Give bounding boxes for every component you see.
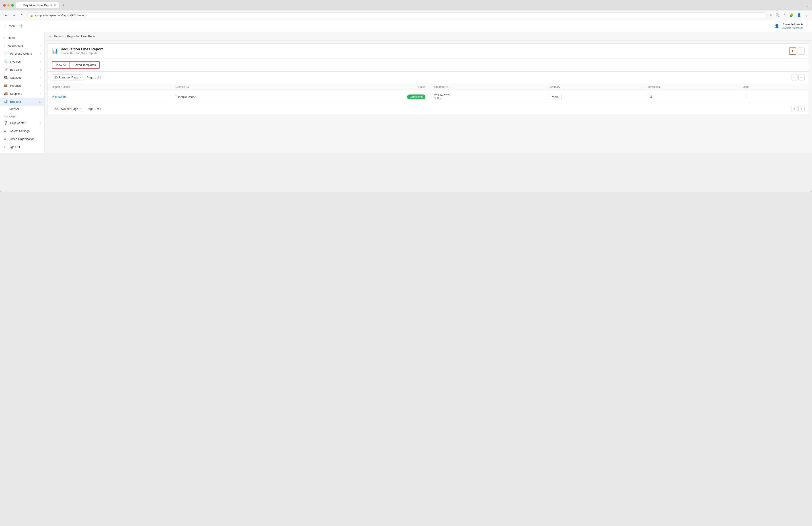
tab-close-icon[interactable]: ✕ <box>54 4 56 7</box>
forward-button[interactable]: → <box>11 13 17 18</box>
table-row: PRLI00001 Example User A Completed 20 Ma… <box>47 91 809 103</box>
sidebar-item-signout-label: Sign Out <box>9 145 20 149</box>
tab-view-all[interactable]: View All <box>52 61 70 69</box>
panel-add-button[interactable]: + <box>789 47 796 55</box>
sidebar: ⌂ Home ≡ Requisitions › 📄 Purchase Order… <box>0 32 45 153</box>
bookmark-icon[interactable]: ☆ <box>782 12 787 18</box>
sidebar-item-home-left: ⌂ Home <box>3 36 16 40</box>
sidebar-item-reports-view-all-label: View All <box>9 107 19 111</box>
system-settings-icon: ⚙ <box>3 129 6 133</box>
next-page-top-button[interactable]: > <box>798 74 804 81</box>
sidebar-item-requisitions[interactable]: ≡ Requisitions › <box>0 42 44 49</box>
sidebar-item-purchase-orders[interactable]: 📄 Purchase Orders › <box>0 49 44 57</box>
th-created-on: Created On <box>430 83 545 91</box>
sidebar-item-reports[interactable]: 📊 Reports ∧ <box>0 98 44 106</box>
close-dot[interactable] <box>3 4 6 7</box>
sidebar-item-po-label: Purchase Orders <box>10 52 32 55</box>
th-summary: Summary <box>545 83 643 91</box>
rows-per-page-top-label: 20 Rows per Page <box>54 76 78 79</box>
sidebar-item-invoices-left: 🧾 Invoices <box>3 59 21 63</box>
rows-per-page-bottom-label: 20 Rows per Page <box>54 107 78 111</box>
sidebar-item-settings-label: System Settings <box>9 129 30 133</box>
cell-created-on: 20 Mar 2024 3:28pm <box>430 91 545 103</box>
panel-header: 📊 Requisition Lines Report Create, Run a… <box>47 44 809 59</box>
created-on-line1: 20 Mar 2024 <box>434 94 540 97</box>
sidebar-item-switch-left: ↺ Switch Organisation <box>3 137 34 141</box>
extensions-icon[interactable]: 🧩 <box>788 12 795 18</box>
sidebar-item-sign-out[interactable]: ↩ Sign Out <box>0 143 44 151</box>
report-number-link[interactable]: PRLI00001 <box>52 95 67 99</box>
breadcrumb-home-icon[interactable]: ⌂ <box>49 35 50 38</box>
page-info-top: Page 1 of 1 <box>87 76 102 79</box>
sidebar-item-help-left: ❓ Help Center <box>3 121 25 125</box>
catalogs-icon: 📚 <box>3 75 8 80</box>
back-button[interactable]: ← <box>3 13 9 18</box>
sidebar-item-catalogs[interactable]: 📚 Catalogs › <box>0 73 44 82</box>
panel-more-button[interactable]: ⋮ <box>798 47 804 55</box>
sidebar-item-help-center[interactable]: ❓ Help Center › <box>0 119 44 127</box>
sidebar-item-reports-view-all[interactable]: View All <box>0 106 44 112</box>
browser-tab[interactable]: ✛ Requisition Lines Report ✕ <box>16 2 59 8</box>
sidebar-item-invoices[interactable]: 🧾 Invoices › <box>0 57 44 66</box>
help-center-icon: ❓ <box>3 121 8 125</box>
sidebar-item-products[interactable]: 📦 Products › <box>0 82 44 89</box>
buy-lists-icon: 📝 <box>3 68 8 72</box>
cell-status: Completed <box>306 91 430 103</box>
refresh-button[interactable]: ↻ <box>19 12 25 18</box>
rows-per-page-bottom[interactable]: 20 Rows per Page ▾ <box>52 106 83 112</box>
minimize-dot[interactable] <box>7 4 10 7</box>
maximize-dot[interactable] <box>11 4 14 7</box>
new-tab-button[interactable]: + <box>61 2 67 8</box>
sidebar-item-invoices-label: Invoices <box>10 60 21 63</box>
purchase-orders-icon: 📄 <box>3 52 8 56</box>
url-text: app.purchaseplus.com/reports/PRLI/report… <box>35 14 87 17</box>
tabs-bar: View All Saved Templates <box>47 59 809 72</box>
summary-view-button[interactable]: View <box>549 94 562 100</box>
browser-menu-dots[interactable]: ⋮ <box>803 12 809 18</box>
prev-page-top-button[interactable]: < <box>791 74 798 81</box>
header-chevron-icon[interactable]: ⌄ <box>805 25 808 28</box>
address-bar[interactable]: 🔒 app.purchaseplus.com/reports/PRLI/repo… <box>27 13 767 18</box>
suppliers-icon: 🚚 <box>3 91 8 96</box>
invoices-icon: 🧾 <box>3 59 8 63</box>
sidebar-item-home[interactable]: ⌂ Home <box>0 34 44 42</box>
sidebar-item-buy-lists[interactable]: 📝 Buy Lists › <box>0 66 44 73</box>
sidebar-item-products-label: Products <box>10 84 21 87</box>
main-layout: ⌂ Home ≡ Requisitions › 📄 Purchase Order… <box>0 32 812 153</box>
account-section-label: Account <box>0 112 44 119</box>
sidebar-item-system-settings[interactable]: ⚙ System Settings › <box>0 127 44 135</box>
zoom-icon[interactable]: 🔍 <box>774 12 781 18</box>
breadcrumb-sep-1: › <box>52 35 53 38</box>
sidebar-item-signout-left: ↩ Sign Out <box>3 145 20 149</box>
pagination-bottom: < > <box>791 106 804 112</box>
table-body: PRLI00001 Example User A Completed 20 Ma… <box>47 91 809 103</box>
menu-button[interactable]: ☰ Menu <box>4 24 16 28</box>
next-page-bottom-button[interactable]: > <box>798 106 804 112</box>
browser-menu-icon[interactable]: ⌄ <box>806 3 809 7</box>
reports-icon: 📊 <box>3 100 8 104</box>
save-page-icon[interactable]: ⬇ <box>769 12 773 18</box>
sidebar-item-reports-label: Reports <box>10 100 21 103</box>
breadcrumb: ⌂ › Reports › Requisition Lines Report <box>45 32 812 41</box>
profile-icon[interactable]: 👤 <box>796 12 802 18</box>
row-more-button[interactable]: ⋮ <box>743 94 749 100</box>
cell-more: ⋮ <box>738 91 809 103</box>
tab-saved-templates[interactable]: Saved Templates <box>70 61 100 69</box>
suppliers-chevron-icon: › <box>40 92 41 95</box>
table-top-left: 20 Rows per Page ▾ Page 1 of 1 <box>52 74 101 81</box>
rows-dropdown-icon-top: ▾ <box>79 76 81 79</box>
breadcrumb-reports[interactable]: Reports <box>54 35 63 38</box>
catalogs-chevron-icon: › <box>40 76 41 79</box>
sidebar-item-reports-left: 📊 Reports <box>3 100 21 104</box>
download-button[interactable]: ⬇ <box>648 94 654 100</box>
requisitions-icon: ≡ <box>3 44 5 47</box>
sidebar-item-switch-org[interactable]: ↺ Switch Organisation <box>0 135 44 143</box>
page-info-bottom: Page 1 of 1 <box>87 107 102 111</box>
sidebar-item-buylists-label: Buy Lists <box>10 68 22 71</box>
rows-per-page-top[interactable]: 20 Rows per Page ▾ <box>52 74 83 81</box>
sidebar-item-switch-label: Switch Organisation <box>9 137 34 141</box>
sidebar-item-suppliers[interactable]: 🚚 Suppliers › <box>0 89 44 98</box>
sidebar-item-catalogs-label: Catalogs <box>10 76 21 79</box>
browser-toolbar-right: ⬇ 🔍 ☆ 🧩 👤 ⋮ <box>769 12 809 18</box>
prev-page-bottom-button[interactable]: < <box>791 106 798 112</box>
